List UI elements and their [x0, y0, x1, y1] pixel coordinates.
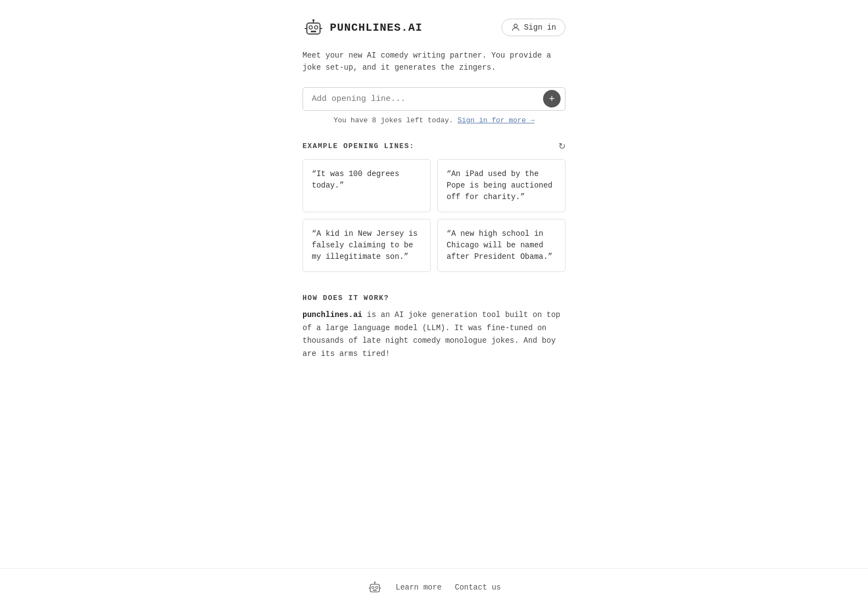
svg-point-11 — [375, 586, 378, 588]
svg-rect-3 — [311, 31, 316, 32]
sign-in-button[interactable]: Sign in — [501, 19, 566, 36]
refresh-icon: ↻ — [558, 141, 566, 151]
tagline: Meet your new AI comedy writing partner.… — [302, 49, 566, 74]
plus-icon: + — [549, 93, 555, 105]
svg-point-14 — [374, 582, 376, 584]
example-card-3-text: “A kid in New Jersey is falsely claiming… — [312, 229, 418, 261]
svg-point-5 — [312, 19, 315, 21]
how-it-works-section: HOW DOES IT WORK? punchlines.ai is an AI… — [302, 294, 566, 361]
jokes-count-text: You have 8 jokes left today. — [334, 116, 453, 124]
example-card-1-text: “It was 100 degrees today.” — [312, 169, 399, 190]
contact-us-link[interactable]: Contact us — [455, 583, 501, 592]
examples-grid: “It was 100 degrees today.” “An iPad use… — [302, 159, 566, 272]
sign-in-for-more-link[interactable]: Sign in for more → — [458, 116, 534, 124]
logo-area: PUNCHLINES.AI — [302, 16, 422, 38]
example-card-1[interactable]: “It was 100 degrees today.” — [302, 159, 431, 212]
logo-icon — [302, 16, 324, 38]
how-it-works-text: punchlines.ai is an AI joke generation t… — [302, 309, 566, 361]
svg-point-8 — [514, 24, 517, 27]
example-card-3[interactable]: “A kid in New Jersey is falsely claiming… — [302, 219, 431, 272]
header: PUNCHLINES.AI Sign in — [302, 16, 566, 38]
refresh-examples-button[interactable]: ↻ — [558, 141, 566, 151]
opening-line-input[interactable] — [312, 90, 543, 108]
input-area: + — [302, 87, 566, 111]
svg-point-1 — [309, 26, 312, 29]
user-icon — [511, 22, 521, 32]
example-card-2-text: “An iPad used by the Pope is being aucti… — [447, 169, 552, 201]
examples-title: EXAMPLE OPENING LINES: — [302, 142, 415, 150]
submit-button[interactable]: + — [543, 90, 561, 107]
example-card-4[interactable]: “A new high school in Chicago will be na… — [437, 219, 566, 272]
svg-point-2 — [315, 26, 318, 29]
jokes-left-notice: You have 8 jokes left today. Sign in for… — [302, 116, 566, 124]
svg-rect-12 — [373, 590, 376, 591]
sign-in-label: Sign in — [524, 23, 556, 32]
footer: Learn more Contact us — [0, 568, 868, 606]
logo-text: PUNCHLINES.AI — [330, 21, 422, 34]
example-card-4-text: “A new high school in Chicago will be na… — [447, 229, 552, 261]
svg-rect-9 — [370, 584, 380, 592]
example-card-2[interactable]: “An iPad used by the Pope is being aucti… — [437, 159, 566, 212]
brand-name: punchlines.ai — [302, 310, 362, 319]
examples-section-header: EXAMPLE OPENING LINES: ↻ — [302, 141, 566, 151]
footer-logo-icon — [367, 580, 382, 595]
svg-point-10 — [372, 586, 374, 588]
how-it-works-title: HOW DOES IT WORK? — [302, 294, 566, 302]
learn-more-link[interactable]: Learn more — [396, 583, 442, 592]
